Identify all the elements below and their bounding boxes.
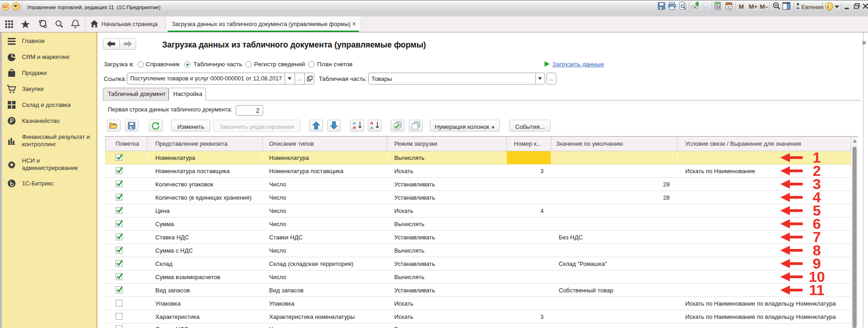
svg-text:31: 31 [727, 5, 731, 10]
